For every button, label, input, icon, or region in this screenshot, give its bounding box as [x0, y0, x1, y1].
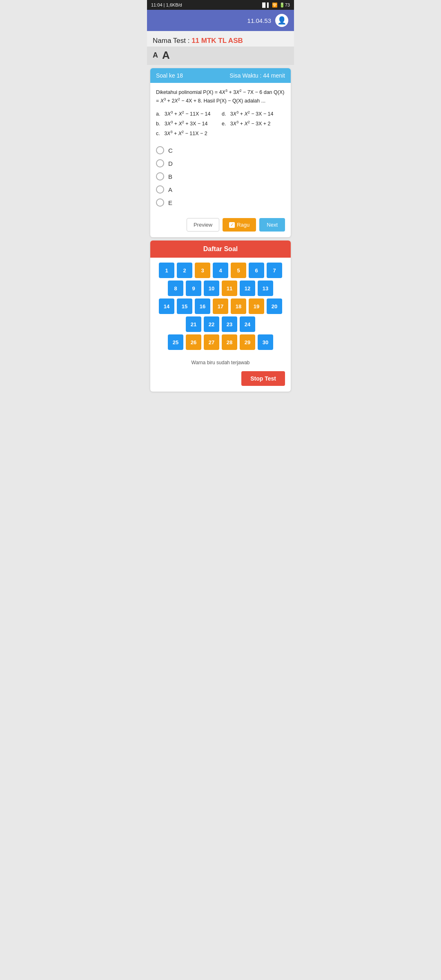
- radio-label-b: B: [168, 173, 172, 180]
- radio-circle-d[interactable]: [156, 159, 164, 167]
- radio-option-c[interactable]: C: [156, 146, 285, 154]
- soal-number-13[interactable]: 13: [258, 281, 273, 296]
- radio-option-a[interactable]: A: [156, 185, 285, 194]
- soal-number-2[interactable]: 2: [177, 263, 192, 278]
- soal-number-20[interactable]: 20: [267, 298, 282, 314]
- soal-number-15[interactable]: 15: [177, 298, 192, 314]
- radio-label-a: A: [168, 186, 172, 193]
- header-time: 11.04.53: [247, 17, 271, 24]
- avatar-icon: 👤: [277, 16, 286, 25]
- soal-number-21[interactable]: 21: [186, 316, 201, 332]
- radio-circle-b[interactable]: [156, 172, 164, 180]
- soal-number-24[interactable]: 24: [240, 316, 255, 332]
- question-text: Diketahui polinomial P(X) = 4X3 + 3X2 − …: [156, 88, 285, 105]
- soal-number-10[interactable]: 10: [204, 281, 219, 296]
- option-a: a. 3X3 + X2 − 11X − 14: [156, 109, 219, 119]
- soal-number-14[interactable]: 14: [159, 298, 174, 314]
- radio-label-e: E: [168, 199, 172, 206]
- soal-number-5[interactable]: 5: [231, 263, 246, 278]
- radio-label-c: C: [168, 147, 173, 154]
- preview-button[interactable]: Preview: [187, 218, 219, 232]
- test-name-value: 11 MTK TL ASB: [192, 37, 243, 45]
- soal-number-11[interactable]: 11: [222, 281, 237, 296]
- soal-number-17[interactable]: 17: [213, 298, 228, 314]
- option-e: e. 3X3 + X2 − 3X + 2: [222, 119, 285, 129]
- option-b: b. 3X3 + X2 + 3X − 14: [156, 119, 219, 129]
- next-button[interactable]: Next: [259, 218, 285, 232]
- status-bar-right: ▐▌▌ 🛜 🔋73: [261, 2, 290, 8]
- soal-number-30[interactable]: 30: [258, 334, 273, 350]
- wifi-icon: 🛜: [272, 2, 278, 8]
- test-name-row: Nama Test : 11 MTK TL ASB: [147, 31, 294, 47]
- radio-circle-e[interactable]: [156, 198, 164, 207]
- daftar-soal-header: Daftar Soal: [150, 241, 291, 258]
- font-large-button[interactable]: A: [162, 49, 170, 62]
- daftar-soal-card: Daftar Soal 1234567891011121314151617181…: [150, 241, 291, 392]
- soal-number-18[interactable]: 18: [231, 298, 246, 314]
- soal-number-25[interactable]: 25: [168, 334, 183, 350]
- signal-icon: ▐▌▌: [261, 2, 270, 7]
- option-c: c. 3X3 + X2 − 11X − 2: [156, 129, 219, 138]
- soal-number-22[interactable]: 22: [204, 316, 219, 332]
- soal-ke-label: Soal ke 18: [156, 72, 183, 79]
- ragu-label: Ragu: [237, 222, 249, 228]
- status-bar: 11:04 | 1,6KB/d ▐▌▌ 🛜 🔋73: [147, 0, 294, 10]
- option-d: d. 3X3 + X2 − 3X − 14: [222, 109, 285, 119]
- soal-number-6[interactable]: 6: [249, 263, 264, 278]
- status-bar-left: 11:04 | 1,6KB/d: [151, 2, 182, 7]
- status-time-data: 11:04 | 1,6KB/d: [151, 2, 182, 7]
- soal-number-28[interactable]: 28: [222, 334, 237, 350]
- soal-number-8[interactable]: 8: [168, 281, 183, 296]
- app-header: 11.04.53 👤: [147, 10, 294, 31]
- ragu-checkbox-icon: ✓: [229, 222, 235, 228]
- radio-option-b[interactable]: B: [156, 172, 285, 180]
- question-card: Soal ke 18 Sisa Waktu : 44 menit Diketah…: [150, 68, 291, 237]
- radio-label-d: D: [168, 160, 173, 167]
- question-header: Soal ke 18 Sisa Waktu : 44 menit: [150, 68, 291, 83]
- radio-circle-a[interactable]: [156, 185, 164, 194]
- stop-test-button[interactable]: Stop Test: [241, 371, 285, 386]
- question-body: Diketahui polinomial P(X) = 4X3 + 3X2 − …: [150, 83, 291, 143]
- radio-options: C D B A E: [150, 143, 291, 214]
- soal-number-12[interactable]: 12: [240, 281, 255, 296]
- soal-number-27[interactable]: 27: [204, 334, 219, 350]
- radio-circle-c[interactable]: [156, 146, 164, 154]
- stop-test-row: Stop Test: [150, 370, 291, 392]
- sisa-waktu-label: Sisa Waktu : 44 menit: [229, 72, 285, 79]
- ragu-button[interactable]: ✓ Ragu: [223, 218, 256, 232]
- soal-number-23[interactable]: 23: [222, 316, 237, 332]
- soal-number-16[interactable]: 16: [195, 298, 210, 314]
- options-table: a. 3X3 + X2 − 11X − 14 b. 3X3 + X2 + 3X …: [156, 109, 285, 138]
- daftar-soal-row: 252627282930: [154, 334, 287, 350]
- font-size-row: A A: [147, 47, 294, 65]
- soal-number-26[interactable]: 26: [186, 334, 201, 350]
- soal-number-19[interactable]: 19: [249, 298, 264, 314]
- legend-text: Warna biru sudah terjawab: [150, 357, 291, 370]
- battery-icon: 🔋73: [279, 2, 290, 8]
- daftar-soal-title: Daftar Soal: [203, 245, 238, 252]
- font-small-button[interactable]: A: [153, 51, 158, 60]
- soal-number-3[interactable]: 3: [195, 263, 210, 278]
- soal-number-7[interactable]: 7: [267, 263, 282, 278]
- radio-option-e[interactable]: E: [156, 198, 285, 207]
- soal-number-9[interactable]: 9: [186, 281, 201, 296]
- soal-number-4[interactable]: 4: [213, 263, 228, 278]
- soal-number-1[interactable]: 1: [159, 263, 174, 278]
- soal-number-29[interactable]: 29: [240, 334, 255, 350]
- nav-buttons: Preview ✓ Ragu Next: [150, 214, 291, 237]
- daftar-soal-grid: 1234567891011121314151617181920212223242…: [150, 258, 291, 357]
- daftar-soal-row: 12345678910111213: [154, 263, 287, 296]
- radio-option-d[interactable]: D: [156, 159, 285, 167]
- avatar[interactable]: 👤: [275, 14, 288, 27]
- test-name-label: Nama Test :: [153, 37, 192, 45]
- daftar-soal-row: 1415161718192021222324: [154, 298, 287, 332]
